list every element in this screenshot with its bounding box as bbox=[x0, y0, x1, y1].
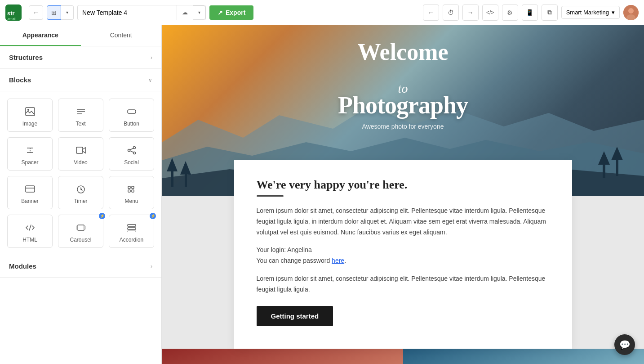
svg-rect-33 bbox=[128, 231, 136, 232]
block-item-accordion[interactable]: Accordion bbox=[109, 215, 154, 248]
spacer-block-icon bbox=[25, 145, 35, 156]
svg-point-18 bbox=[133, 152, 135, 154]
login-info: Your login: Angelina You can change pass… bbox=[257, 245, 550, 266]
settings-button[interactable]: ⚙ bbox=[502, 4, 518, 21]
org-select[interactable]: Smart Marketing ▾ bbox=[561, 6, 620, 19]
carousel-badge: ⚡ bbox=[99, 213, 105, 219]
view-button[interactable]: ⊞ bbox=[47, 5, 61, 20]
blocks-grid: Image Text Button Spacer bbox=[0, 91, 161, 255]
structures-section[interactable]: Structures › bbox=[0, 46, 161, 69]
gear-icon: ⚙ bbox=[507, 9, 513, 16]
accordion-block-icon bbox=[127, 222, 137, 233]
block-item-timer[interactable]: Timer bbox=[58, 176, 103, 209]
block-item-text[interactable]: Text bbox=[58, 99, 103, 132]
svg-rect-44 bbox=[162, 349, 403, 364]
undo-button[interactable]: ← bbox=[423, 4, 439, 21]
block-item-spacer[interactable]: Spacer bbox=[7, 137, 53, 171]
main-layout: Appearance Content Structures › Blocks ∨… bbox=[0, 25, 644, 364]
block-item-banner[interactable]: Banner bbox=[7, 176, 53, 209]
tab-appearance[interactable]: Appearance bbox=[0, 25, 81, 46]
mobile-preview-button[interactable]: 📱 bbox=[522, 4, 538, 21]
view-dropdown-button[interactable]: ▾ bbox=[61, 5, 74, 20]
tab-content[interactable]: Content bbox=[81, 25, 162, 46]
video-block-icon bbox=[76, 145, 86, 156]
left-panel: Appearance Content Structures › Blocks ∨… bbox=[0, 25, 162, 364]
svg-point-16 bbox=[133, 147, 135, 149]
svg-point-17 bbox=[128, 149, 130, 152]
modules-chevron-icon: › bbox=[151, 263, 152, 270]
stripo-logo-icon: str .email bbox=[5, 4, 22, 21]
social-block-icon bbox=[127, 145, 137, 156]
svg-rect-29 bbox=[76, 226, 78, 229]
panel-tabs: Appearance Content bbox=[0, 25, 161, 46]
accordion-badge: ⚡ bbox=[150, 213, 156, 219]
svg-text:str: str bbox=[7, 10, 15, 17]
modules-section[interactable]: Modules › bbox=[0, 255, 161, 278]
svg-rect-45 bbox=[403, 349, 644, 364]
banner-block-icon bbox=[25, 184, 35, 194]
template-dropdown-button[interactable]: ▾ bbox=[193, 5, 205, 20]
template-name-input[interactable] bbox=[78, 6, 177, 19]
structures-chevron-icon: › bbox=[151, 54, 152, 61]
block-item-image[interactable]: Image bbox=[7, 99, 53, 132]
block-item-social[interactable]: Social bbox=[109, 137, 154, 171]
code-button[interactable]: </> bbox=[482, 4, 498, 21]
code-icon: </> bbox=[486, 9, 494, 16]
image-block-icon bbox=[25, 106, 35, 117]
text-block-icon bbox=[76, 106, 86, 117]
thumb-red bbox=[162, 349, 403, 364]
redo-icon: → bbox=[467, 9, 474, 16]
export-button[interactable]: ↗ Export bbox=[209, 5, 253, 20]
login-line2: You can change password here. bbox=[257, 256, 550, 266]
svg-point-7 bbox=[27, 109, 29, 111]
svg-point-4 bbox=[628, 8, 634, 13]
thumb-row bbox=[162, 349, 644, 364]
svg-rect-21 bbox=[26, 186, 35, 192]
content-card: We're very happy you're here. Lorem ipsu… bbox=[234, 160, 572, 349]
block-item-accordion-wrap: Accordion ⚡ bbox=[109, 215, 154, 248]
undo-icon: ← bbox=[428, 9, 434, 16]
chevron-down-icon: ▾ bbox=[66, 10, 68, 15]
hero-text: to Photography Awesome photo for everyon… bbox=[338, 81, 468, 130]
copy-icon: ⧉ bbox=[547, 9, 552, 16]
topbar: str .email ← ⊞ ▾ ☁ ▾ ↗ Export ← ⏱ → bbox=[0, 0, 644, 25]
copy-button[interactable]: ⧉ bbox=[542, 4, 558, 21]
chevron-down-icon2: ▾ bbox=[198, 10, 200, 15]
svg-rect-40 bbox=[171, 169, 173, 187]
block-item-button[interactable]: Button bbox=[109, 99, 154, 132]
view-icon: ⊞ bbox=[51, 9, 57, 16]
back-button[interactable]: ← bbox=[29, 5, 43, 20]
hero-welcome-text: Welcome bbox=[357, 39, 448, 65]
cloud-save-button[interactable]: ☁ bbox=[177, 5, 193, 20]
cta-button[interactable]: Getting started bbox=[257, 306, 333, 326]
block-item-video[interactable]: Video bbox=[58, 137, 103, 171]
carousel-block-icon bbox=[76, 222, 86, 233]
org-chevron-icon: ▾ bbox=[612, 9, 615, 16]
svg-rect-31 bbox=[128, 225, 136, 226]
block-item-carousel-wrap: Carousel ⚡ bbox=[58, 215, 103, 248]
redo-button[interactable]: → bbox=[462, 4, 479, 21]
history-button[interactable]: ⏱ bbox=[443, 4, 459, 21]
history-icon: ⏱ bbox=[448, 9, 454, 16]
chat-icon: 💬 bbox=[619, 339, 631, 350]
chat-fab-button[interactable]: 💬 bbox=[614, 334, 635, 355]
heading-underline bbox=[257, 195, 284, 197]
export-icon: ↗ bbox=[218, 9, 223, 16]
svg-rect-15 bbox=[76, 147, 83, 153]
html-block-icon bbox=[25, 222, 35, 233]
svg-rect-11 bbox=[128, 110, 136, 113]
avatar[interactable] bbox=[623, 5, 639, 20]
template-name-wrap: ☁ ▾ bbox=[77, 5, 206, 20]
blocks-section[interactable]: Blocks ∨ bbox=[0, 69, 161, 91]
block-item-carousel[interactable]: Carousel bbox=[58, 215, 103, 248]
block-item-menu[interactable]: Menu bbox=[109, 176, 154, 209]
button-block-icon bbox=[127, 106, 137, 117]
here-link[interactable]: here bbox=[332, 257, 344, 264]
svg-line-20 bbox=[130, 151, 133, 153]
svg-rect-27 bbox=[132, 190, 134, 192]
svg-rect-36 bbox=[616, 158, 618, 176]
avatar-image bbox=[623, 5, 639, 20]
timer-block-icon bbox=[76, 184, 86, 194]
block-item-html[interactable]: HTML bbox=[7, 215, 53, 248]
menu-block-icon bbox=[127, 184, 137, 194]
